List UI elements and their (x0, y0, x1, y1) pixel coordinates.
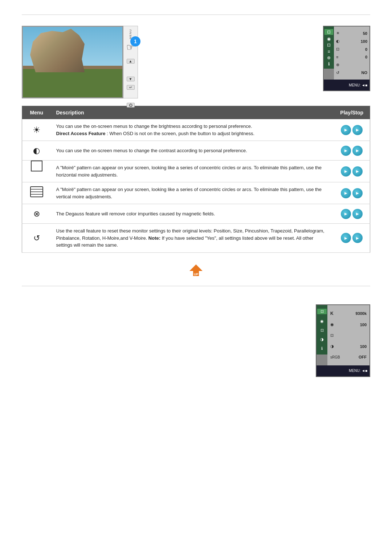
svg-text:UP: UP (194, 272, 199, 276)
table-section: Menu Description Play/Stop ☀ You can use… (0, 106, 392, 260)
play-btn-6[interactable]: ▶ (352, 166, 363, 177)
osd-row-6: ↺ NO (336, 70, 367, 75)
play-buttons-recall: ▶ ▶ (339, 233, 365, 243)
osd-b-row-5: sRGB OFF (330, 355, 367, 359)
play-contrast: ▶ ▶ (334, 141, 370, 161)
osd-row-3: ⊡ 0 (336, 47, 367, 52)
osd-icon-1: ⊡ (324, 29, 333, 35)
play-buttons-vmoire: ▶ ▶ (339, 188, 365, 198)
monitor-image (23, 27, 122, 97)
osd-icon-5: ⊗ (327, 56, 331, 60)
table-row: ◐ You can use the on-screen menus to cha… (22, 141, 370, 161)
osd-b-icon-3: ⊡ (320, 328, 324, 332)
down-button-monitor[interactable]: ▼ (127, 77, 135, 81)
osd-icon-6: ℹ (328, 62, 330, 66)
play-btn-3[interactable]: ▶ (341, 146, 351, 156)
osd-row-icon-3: ⊡ (336, 47, 341, 52)
play-btn-11[interactable]: ▶ (341, 233, 351, 243)
up-section: UP (0, 260, 392, 286)
col-header-description: Description (51, 106, 334, 119)
menu-icon-contrast: ◐ (22, 141, 51, 161)
desc-brightness: You can use the on-screen menus to chang… (51, 119, 334, 141)
osd-screen-bottom: ⊡ ◉ ⊡ ◑ ℹ K 9300k ◉ 100 ⊡ (316, 304, 370, 377)
up-arrow-svg: UP (188, 264, 204, 277)
table-row: A "Moirë" pattern can appear on your scr… (22, 182, 370, 204)
osd-icon-4: ≡ (327, 49, 330, 54)
menu-icon-degauss: ⊗ (22, 204, 51, 224)
power-button-monitor[interactable]: ⏻ (127, 103, 135, 108)
play-btn-5[interactable]: ▶ (341, 166, 351, 177)
osd-b-val-5: OFF (359, 355, 367, 359)
play-btn-10[interactable]: ▶ (352, 209, 363, 219)
play-btn-12[interactable]: ▶ (352, 233, 363, 243)
up-button-monitor[interactable]: ▲ (127, 59, 135, 64)
osd-b-row-2: ◉ 100 (330, 322, 367, 327)
play-buttons-degauss: ▶ ▶ (339, 209, 365, 219)
osd-b-srgb-label: sRGB (330, 355, 340, 359)
osd-row-1: ☀ 50 (336, 31, 367, 36)
up-button[interactable]: UP (188, 264, 204, 279)
play-btn-2[interactable]: ▶ (352, 125, 363, 135)
vmoire-svg-icon (30, 186, 43, 197)
table-row: ↺ Use the recall feature to reset these … (22, 224, 370, 253)
trees-background (23, 73, 122, 97)
enter-button-monitor[interactable]: ↵ (127, 85, 135, 90)
osd-row-val-3: 0 (365, 47, 367, 52)
osd-sidebar-top: ⊡ ◉ ⊡ ≡ ⊗ ℹ (324, 27, 334, 69)
bottom-divider (22, 286, 370, 286)
play-btn-4[interactable]: ▶ (352, 146, 363, 156)
col-header-play-stop: Play/Stop (334, 106, 370, 119)
play-buttons-contrast: ▶ ▶ (339, 146, 365, 156)
osd-b-row-3: ⊡ (330, 333, 367, 338)
osd-b-icon-5: ℹ (321, 347, 323, 351)
desc-hmoire: A "Moiré" pattern can appear on your scr… (51, 161, 334, 182)
desc-vmoire: A "Moirë" pattern can appear on your scr… (51, 182, 334, 204)
menu-icon-brightness: ☀ (22, 119, 51, 141)
osd-icon-3: ⊡ (327, 43, 331, 47)
top-section: MENU 1 ☞ ▲ ▼ ↵ ⏻ ⊡ ◉ ⊡ ≡ ⊗ ℹ ☀ (0, 15, 392, 106)
desc-recall: Use the recall feature to reset these mo… (51, 224, 334, 253)
features-table: Menu Description Play/Stop ☀ You can use… (22, 106, 370, 253)
osd-row-val-1: 50 (363, 31, 367, 36)
osd-b-icon-2: ◉ (320, 319, 324, 323)
osd-sidebar-bottom: ⊡ ◉ ⊡ ◑ ℹ (317, 305, 327, 355)
osd-footer-bottom: MENU: ◄■ (317, 365, 369, 376)
osd-b-val-4: 100 (360, 344, 367, 349)
play-brightness: ▶ ▶ (334, 119, 370, 141)
osd-screen-top: ⊡ ◉ ⊡ ≡ ⊗ ℹ ☀ 50 ◐ 100 ⊡ 0 (323, 26, 370, 91)
up-arrow-icon: UP (188, 264, 204, 279)
bottom-section: ⊡ ◉ ⊡ ◑ ℹ K 9300k ◉ 100 ⊡ (0, 297, 392, 392)
col-header-menu: Menu (22, 106, 51, 119)
table-row: ☀ You can use the on-screen menus to cha… (22, 119, 370, 141)
play-buttons-brightness: ▶ ▶ (339, 125, 365, 135)
menu-icon-hmoire (31, 161, 42, 171)
play-btn-7[interactable]: ▶ (341, 188, 351, 198)
desc-degauss: The Degauss feature will remove color im… (51, 204, 334, 224)
menu-icon-vmoire (22, 182, 51, 204)
osd-b-val-1: 9300k (355, 311, 367, 316)
monitor-frame (22, 26, 123, 98)
play-degauss: ▶ ▶ (334, 204, 370, 224)
play-btn-9[interactable]: ▶ (341, 209, 351, 219)
osd-row-val-6: NO (362, 70, 368, 75)
osd-row-icon-5: ⊗ (336, 62, 341, 67)
direct-access-label: Direct Access Feature (56, 131, 106, 136)
play-btn-8[interactable]: ▶ (352, 188, 363, 198)
play-vmoire: ▶ ▶ (334, 182, 370, 204)
menu-icon-recall: ↺ (22, 224, 51, 253)
monitor-illustration: MENU 1 ☞ ▲ ▼ ↵ ⏻ (22, 26, 138, 98)
play-recall: ▶ ▶ (334, 224, 370, 253)
osd-b-icon-1: ⊡ (317, 309, 327, 314)
play-hmoire: ▶ ▶ (334, 161, 370, 182)
osd-row-val-4: 0 (365, 55, 367, 59)
osd-row-5: ⊗ (336, 62, 367, 67)
osd-b-icon-square: ⊡ (330, 333, 334, 338)
osd-b-icon-4: ◑ (320, 337, 324, 341)
monitor-side-panel: MENU 1 ☞ ▲ ▼ ↵ ⏻ (123, 26, 138, 98)
osd-b-row-4: ◑ 100 (330, 344, 367, 349)
play-buttons-hmoire: ▶ ▶ (339, 166, 365, 177)
osd-b-val-2: 100 (360, 323, 367, 327)
osd-row-4: ≡ 0 (336, 55, 367, 59)
osd-row-icon-2: ◐ (336, 39, 341, 44)
play-btn-1[interactable]: ▶ (341, 125, 351, 135)
